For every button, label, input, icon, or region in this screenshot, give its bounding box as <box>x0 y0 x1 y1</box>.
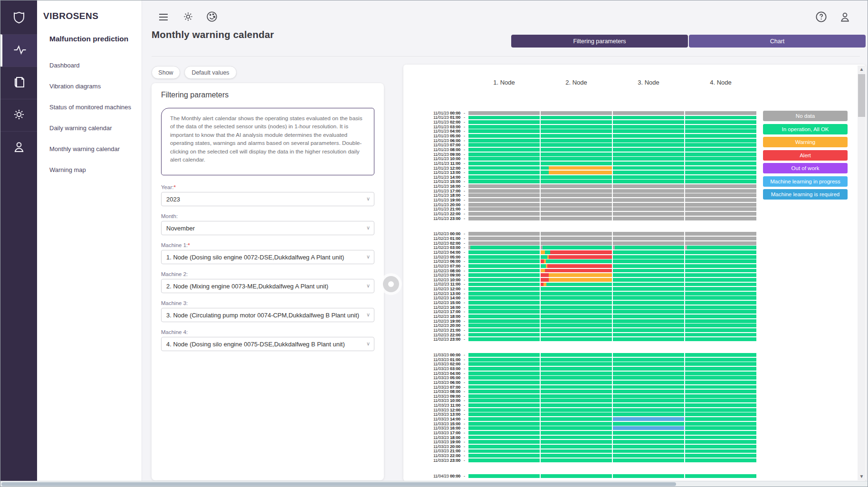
legend-in-operation-all-ok[interactable]: In operation, All OK <box>763 124 848 134</box>
calendar-cell[interactable] <box>541 296 612 300</box>
calendar-cell[interactable] <box>468 157 540 161</box>
calendar-cell[interactable] <box>541 129 612 133</box>
calendar-cell[interactable] <box>541 278 612 282</box>
calendar-cell[interactable] <box>468 283 540 286</box>
calendar-cell[interactable] <box>468 301 540 305</box>
calendar-cell[interactable] <box>468 390 540 393</box>
calendar-cell[interactable] <box>613 454 684 458</box>
calendar-cell[interactable] <box>541 217 612 220</box>
palette-icon[interactable] <box>206 10 218 25</box>
calendar-cell[interactable] <box>541 116 612 120</box>
calendar-cell[interactable] <box>613 445 684 449</box>
tab-filtering-parameters[interactable]: Filtering parameters <box>511 35 688 48</box>
calendar-cell[interactable] <box>685 287 756 291</box>
sidebar-item-users[interactable] <box>0 131 37 163</box>
calendar-cell[interactable] <box>468 385 540 389</box>
calendar-cell[interactable] <box>541 175 612 179</box>
calendar-cell[interactable] <box>541 255 612 259</box>
calendar-cell[interactable] <box>468 237 540 240</box>
calendar-cell[interactable] <box>541 203 612 207</box>
calendar-cell[interactable] <box>541 474 612 478</box>
calendar-cell[interactable] <box>613 153 684 156</box>
calendar-cell[interactable] <box>541 184 612 188</box>
nav-item-dashboard[interactable]: Dashboard <box>49 55 140 76</box>
calendar-cell[interactable] <box>685 259 756 263</box>
panel-resize-handle[interactable] <box>383 276 399 292</box>
calendar-cell[interactable] <box>685 458 756 462</box>
calendar-cell[interactable] <box>541 153 612 156</box>
sidebar-item-reports[interactable] <box>0 67 37 99</box>
calendar-cell[interactable] <box>468 212 540 216</box>
calendar-cell[interactable] <box>541 259 612 263</box>
calendar-cell[interactable] <box>541 445 612 449</box>
calendar-cell[interactable] <box>613 296 684 300</box>
calendar-cell[interactable] <box>685 310 756 314</box>
calendar-cell[interactable] <box>613 449 684 453</box>
calendar-cell[interactable] <box>468 474 540 478</box>
calendar-cell[interactable] <box>468 381 540 384</box>
calendar-cell[interactable] <box>468 246 540 249</box>
calendar-cell[interactable] <box>685 440 756 444</box>
calendar-cell[interactable] <box>468 333 540 337</box>
calendar-cell[interactable] <box>613 337 684 341</box>
calendar-cell[interactable] <box>468 328 540 332</box>
nav-item-monthly-warning-calendar[interactable]: Monthly warning calendar <box>49 139 140 160</box>
calendar-cell[interactable] <box>613 250 684 254</box>
calendar-cell[interactable] <box>541 207 612 211</box>
calendar-cell[interactable] <box>541 431 612 435</box>
calendar-cell[interactable] <box>685 385 756 389</box>
calendar-cell[interactable] <box>541 301 612 305</box>
calendar-cell[interactable] <box>613 189 684 193</box>
calendar-cell[interactable] <box>685 116 756 120</box>
calendar-cell[interactable] <box>468 458 540 462</box>
calendar-cell[interactable] <box>468 315 540 318</box>
calendar-cell[interactable] <box>468 454 540 458</box>
calendar-cell[interactable] <box>541 287 612 291</box>
calendar-cell[interactable] <box>613 162 684 165</box>
calendar-cell[interactable] <box>685 333 756 337</box>
calendar-cell[interactable] <box>613 203 684 207</box>
calendar-cell[interactable] <box>685 198 756 202</box>
scroll-down-arrow[interactable]: ▼ <box>858 473 866 480</box>
calendar-cell[interactable] <box>541 385 612 389</box>
calendar-cell[interactable] <box>685 129 756 133</box>
calendar-cell[interactable] <box>613 180 684 183</box>
field-select-3[interactable]: 1. Node (Dosing silo engine 0072-DSE,Duk… <box>161 250 374 264</box>
calendar-cell[interactable] <box>613 324 684 327</box>
calendar-cell[interactable] <box>613 278 684 282</box>
calendar-cell[interactable] <box>685 394 756 398</box>
calendar-cell[interactable] <box>685 426 756 430</box>
calendar-cell[interactable] <box>685 362 756 366</box>
calendar-cell[interactable] <box>685 328 756 332</box>
calendar-cell[interactable] <box>685 449 756 453</box>
calendar-cell[interactable] <box>613 139 684 143</box>
calendar-cell[interactable] <box>613 403 684 407</box>
calendar-cell[interactable] <box>468 292 540 296</box>
calendar-cell[interactable] <box>613 217 684 220</box>
calendar-cell[interactable] <box>541 180 612 183</box>
calendar-cell[interactable] <box>685 157 756 161</box>
calendar-cell[interactable] <box>685 445 756 449</box>
calendar-cell[interactable] <box>685 376 756 380</box>
sidebar-item-malfunction-prediction[interactable] <box>0 34 37 67</box>
calendar-cell[interactable] <box>468 353 540 357</box>
calendar-cell[interactable] <box>541 212 612 216</box>
calendar-cell[interactable] <box>685 292 756 296</box>
calendar-cell[interactable] <box>468 180 540 183</box>
calendar-cell[interactable] <box>468 203 540 207</box>
nav-item-status-of-monitored-machines[interactable]: Status of monitored machines <box>49 97 140 118</box>
calendar-cell[interactable] <box>468 193 540 197</box>
calendar-cell[interactable] <box>613 207 684 211</box>
calendar-cell[interactable] <box>685 324 756 327</box>
calendar-cell[interactable] <box>613 246 684 249</box>
field-select-2[interactable]: November∨ <box>161 221 374 235</box>
calendar-cell[interactable] <box>613 353 684 357</box>
sidebar-item-settings[interactable] <box>0 99 37 131</box>
calendar-cell[interactable] <box>685 180 756 183</box>
calendar-cell[interactable] <box>685 431 756 435</box>
calendar-cell[interactable] <box>613 376 684 380</box>
calendar-cell[interactable] <box>468 324 540 327</box>
calendar-cell[interactable] <box>613 148 684 152</box>
calendar-cell[interactable] <box>541 390 612 393</box>
calendar-cell[interactable] <box>468 129 540 133</box>
